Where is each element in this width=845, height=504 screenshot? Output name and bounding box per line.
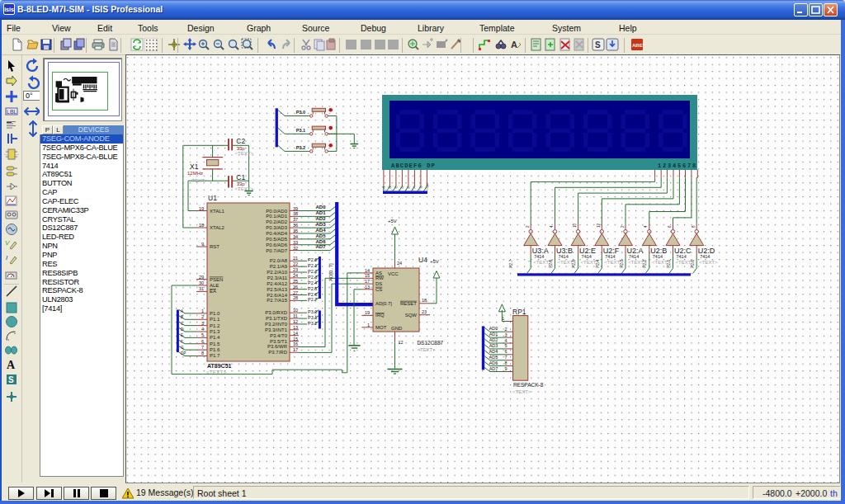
svg-text:DS12C887: DS12C887 bbox=[417, 340, 443, 346]
svg-text:P3.2/INT0: P3.2/INT0 bbox=[265, 322, 288, 327]
svg-text:X1: X1 bbox=[190, 163, 199, 171]
svg-text:1: 1 bbox=[367, 323, 370, 327]
svg-text:16: 16 bbox=[293, 341, 298, 346]
svg-text:37: 37 bbox=[293, 217, 298, 222]
svg-text:4: 4 bbox=[504, 338, 507, 343]
svg-text:XTAL1: XTAL1 bbox=[210, 209, 225, 214]
svg-text:7: 7 bbox=[201, 345, 204, 350]
svg-text:9: 9 bbox=[504, 366, 507, 371]
svg-text:XTAL2: XTAL2 bbox=[210, 225, 225, 230]
svg-text:7414: 7414 bbox=[700, 254, 710, 259]
svg-text:U4: U4 bbox=[418, 256, 427, 264]
svg-text:P3.2: P3.2 bbox=[296, 145, 305, 150]
svg-text:AD0: AD0 bbox=[489, 326, 498, 331]
svg-text:23: 23 bbox=[422, 309, 427, 314]
svg-text:RESPACK-8: RESPACK-8 bbox=[513, 382, 544, 388]
svg-text:P0.4/AD4: P0.4/AD4 bbox=[266, 231, 287, 236]
svg-text:P2.3/A11: P2.3/A11 bbox=[267, 276, 288, 280]
svg-text:22: 22 bbox=[293, 261, 298, 266]
svg-text:14: 14 bbox=[293, 331, 298, 336]
svg-text:6: 6 bbox=[201, 339, 204, 344]
svg-text:<TEXT>: <TEXT> bbox=[699, 260, 718, 265]
svg-text:10: 10 bbox=[293, 308, 298, 313]
svg-text:GND: GND bbox=[391, 326, 403, 331]
svg-text:U2:A: U2:A bbox=[627, 247, 644, 255]
svg-text:P2.7/A15: P2.7/A15 bbox=[267, 298, 287, 303]
svg-text:8: 8 bbox=[504, 360, 507, 365]
svg-text:29: 29 bbox=[199, 275, 204, 280]
svg-text:P3.1/TXD: P3.1/TXD bbox=[266, 316, 288, 321]
svg-text:17: 17 bbox=[293, 347, 298, 352]
svg-text:1: 1 bbox=[502, 316, 504, 321]
svg-text:E: E bbox=[181, 333, 183, 337]
svg-text:P0.5/AD5: P0.5/AD5 bbox=[266, 237, 287, 242]
svg-text:P2.0/A8: P2.0/A8 bbox=[270, 258, 288, 263]
svg-text:<TEXT>: <TEXT> bbox=[417, 347, 436, 352]
svg-text:I: I bbox=[6, 254, 8, 261]
svg-text:RP1: RP1 bbox=[512, 308, 526, 316]
svg-text:+5V: +5V bbox=[388, 219, 397, 224]
svg-text:B: B bbox=[181, 315, 183, 319]
svg-text:P3.2: P3.2 bbox=[308, 321, 317, 326]
svg-text:8: 8 bbox=[201, 351, 204, 356]
svg-text:P2.7: P2.7 bbox=[508, 259, 513, 268]
svg-text:18: 18 bbox=[199, 223, 204, 228]
svg-text:35: 35 bbox=[293, 228, 298, 233]
svg-text:P2.7: P2.7 bbox=[308, 297, 317, 302]
svg-text:AD[0.7]: AD[0.7] bbox=[375, 301, 392, 306]
svg-text:7414: 7414 bbox=[605, 254, 615, 259]
svg-text:U3:B: U3:B bbox=[556, 247, 573, 255]
svg-text:14: 14 bbox=[365, 268, 370, 273]
svg-text:<TEXT>: <TEXT> bbox=[235, 151, 254, 156]
svg-text:6: 6 bbox=[504, 349, 507, 354]
svg-text:C1: C1 bbox=[236, 173, 245, 181]
svg-text:P2.6: P2.6 bbox=[548, 259, 553, 268]
svg-text:P0.2/AD2: P0.2/AD2 bbox=[266, 219, 287, 224]
svg-text:U3:A: U3:A bbox=[532, 247, 549, 255]
svg-text:30: 30 bbox=[199, 280, 204, 285]
svg-text:DS: DS bbox=[375, 281, 382, 286]
svg-text:3: 3 bbox=[201, 321, 204, 326]
svg-text:AD4: AD4 bbox=[315, 228, 326, 233]
svg-text:AT89C51: AT89C51 bbox=[207, 363, 232, 369]
svg-text:P2.5/A13: P2.5/A13 bbox=[267, 287, 287, 292]
svg-text:31: 31 bbox=[199, 286, 204, 291]
svg-text:P2.2: P2.2 bbox=[308, 269, 317, 274]
svg-text:U2:D: U2:D bbox=[698, 247, 715, 255]
svg-text:P3.0: P3.0 bbox=[296, 110, 305, 115]
svg-text:AD2: AD2 bbox=[489, 337, 498, 342]
svg-text:AD3: AD3 bbox=[315, 222, 326, 227]
svg-text:P2.1/A9: P2.1/A9 bbox=[270, 264, 288, 269]
svg-text:U2:F: U2:F bbox=[603, 247, 620, 255]
svg-text:P2.2: P2.2 bbox=[642, 259, 647, 268]
svg-text:P3.7/RD: P3.7/RD bbox=[268, 350, 287, 355]
svg-text:25: 25 bbox=[293, 279, 298, 284]
svg-text:S: S bbox=[8, 375, 14, 384]
svg-text:P0.6/AD6: P0.6/AD6 bbox=[266, 243, 287, 247]
svg-text:S: S bbox=[595, 40, 601, 49]
svg-text:P2.1: P2.1 bbox=[666, 259, 671, 268]
svg-text:15: 15 bbox=[293, 337, 298, 341]
svg-text:27: 27 bbox=[293, 290, 298, 295]
svg-text:V: V bbox=[5, 239, 10, 247]
svg-text:P3.6/WR: P3.6/WR bbox=[267, 344, 288, 349]
svg-text:2: 2 bbox=[504, 327, 507, 332]
svg-text:15: 15 bbox=[365, 273, 370, 278]
svg-text:P2.1: P2.1 bbox=[308, 263, 317, 268]
svg-text:P2.5: P2.5 bbox=[571, 259, 576, 268]
svg-text:IRQ: IRQ bbox=[375, 313, 385, 318]
svg-text:P2.2/A10: P2.2/A10 bbox=[267, 270, 287, 275]
svg-text:7414: 7414 bbox=[677, 254, 687, 259]
svg-text:AD7: AD7 bbox=[315, 244, 326, 249]
svg-text:36: 36 bbox=[293, 223, 298, 228]
svg-text:P3.4/T0: P3.4/T0 bbox=[270, 333, 288, 338]
svg-text:<TEXT>: <TEXT> bbox=[189, 178, 208, 183]
svg-text:CS: CS bbox=[375, 287, 382, 292]
svg-text:P2.0: P2.0 bbox=[690, 259, 695, 268]
svg-text:AD6: AD6 bbox=[489, 360, 498, 365]
svg-text:AD3: AD3 bbox=[489, 343, 498, 348]
svg-text:AD5: AD5 bbox=[489, 355, 498, 360]
svg-text:5: 5 bbox=[201, 332, 204, 337]
svg-text:23: 23 bbox=[293, 267, 298, 272]
svg-text:P0.1/AD1: P0.1/AD1 bbox=[266, 214, 287, 219]
